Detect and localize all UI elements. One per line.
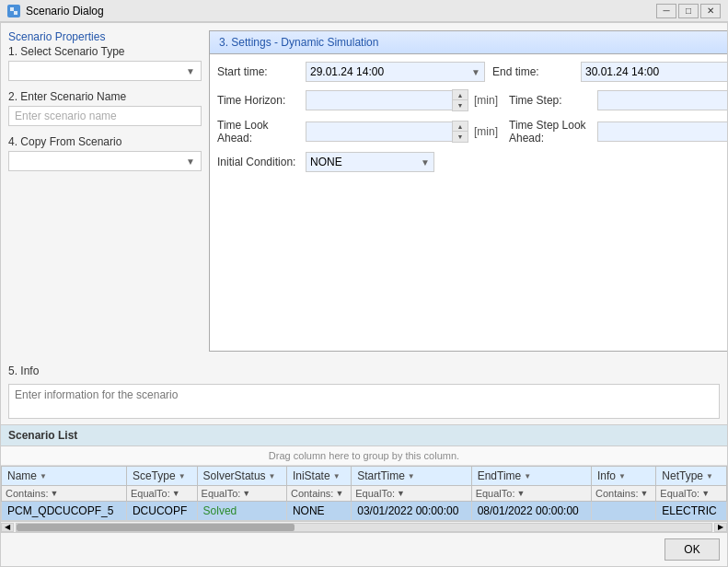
end-time-value: 30.01.24 14:00 (585, 65, 659, 78)
time-step-spinner: 900 ▲ ▼ (597, 89, 727, 111)
time-horizon-spinner: 60 ▲ ▼ (306, 89, 468, 111)
filter-name-arrow[interactable]: ▼ (50, 489, 58, 498)
end-time-input-group: 30.01.24 14:00 ▼ (581, 62, 727, 82)
filter-nettype-arrow[interactable]: ▼ (701, 489, 710, 498)
time-step-label: Time Step: (509, 94, 592, 107)
inistate-sort-icon: ▼ (333, 472, 341, 480)
filter-scetype-arrow[interactable]: ▼ (172, 489, 180, 498)
filter-starttime-label: EqualTo: (355, 488, 395, 499)
end-time-dropdown[interactable]: 30.01.24 14:00 ▼ (581, 62, 727, 82)
time-horizon-spinner-btns: ▲ ▼ (452, 89, 468, 111)
initial-condition-value: NONE (310, 156, 342, 168)
window-controls: ─ □ ✕ (656, 4, 721, 18)
cell-scetype: DCUCOPF (126, 502, 197, 521)
time-step-look-ahead-label: Time Step Look Ahead: (509, 119, 592, 145)
time-step-look-ahead-input[interactable]: 0 (597, 122, 727, 142)
filter-endtime: EqualTo: ▼ (471, 486, 591, 502)
filter-solverstatus-label: EqualTo: (202, 488, 241, 499)
start-time-label: Start time: (217, 65, 300, 78)
filter-info-arrow[interactable]: ▼ (641, 489, 649, 498)
filter-info: Contains: ▼ (592, 486, 656, 502)
filter-starttime-arrow[interactable]: ▼ (397, 489, 405, 498)
starttime-sort-icon: ▼ (408, 472, 415, 480)
time-look-ahead-input[interactable]: 0 (306, 122, 452, 142)
scenario-list-section: Scenario List Drag column here to group … (1, 424, 727, 532)
bottom-bar: OK (1, 532, 727, 566)
solved-status: Solved (203, 504, 237, 517)
filter-scetype-label: EqualTo: (131, 488, 170, 499)
maximize-button[interactable]: □ (678, 4, 699, 18)
info-section: 5. Info (1, 359, 727, 424)
minimize-button[interactable]: ─ (656, 4, 676, 18)
scenario-name-input[interactable] (8, 106, 202, 126)
initial-condition-arrow: ▼ (421, 157, 430, 168)
right-panel: 3. Settings - Dynamic Simulation Start t… (209, 30, 727, 352)
scroll-track[interactable] (16, 523, 712, 532)
col-scetype[interactable]: SceType ▼ (126, 467, 197, 486)
horizontal-scrollbar[interactable]: ◀ ▶ (1, 521, 727, 532)
scenario-type-arrow: ▼ (186, 66, 195, 76)
scroll-right-btn[interactable]: ▶ (714, 523, 727, 532)
time-step-look-ahead-spinner: 0 ▲ ▼ (597, 121, 727, 143)
filter-name: Contains: ▼ (2, 486, 127, 502)
endtime-sort-icon: ▼ (524, 472, 531, 480)
filter-endtime-label: EqualTo: (476, 488, 515, 499)
cell-inistate: NONE (286, 502, 351, 521)
info-textarea[interactable] (8, 384, 720, 419)
scenario-table: Name ▼ SceType ▼ SolverS (1, 466, 727, 521)
filter-solverstatus-arrow[interactable]: ▼ (242, 489, 250, 498)
table-header-row: Name ▼ SceType ▼ SolverS (2, 467, 727, 486)
copy-from-arrow: ▼ (186, 156, 195, 167)
main-area: Scenario Properties 1. Select Scenario T… (1, 23, 727, 359)
filter-nettype-label: EqualTo: (660, 488, 699, 499)
col-nettype[interactable]: NetType ▼ (656, 467, 727, 486)
drag-hint: Drag column here to group by this column… (1, 446, 727, 466)
time-look-ahead-up[interactable]: ▲ (453, 122, 468, 132)
col-info[interactable]: Info ▼ (592, 467, 656, 486)
filter-inistate-arrow[interactable]: ▼ (335, 489, 343, 498)
start-time-value: 29.01.24 14:00 (310, 65, 384, 78)
col-starttime[interactable]: StartTime ▼ (352, 467, 471, 486)
filter-info-label: Contains: (595, 488, 638, 499)
cell-starttime: 03/01/2022 00:00:00 (352, 502, 471, 521)
copy-from-dropdown[interactable]: ▼ (8, 151, 202, 171)
copy-from-section: 4. Copy From Scenario ▼ (8, 135, 202, 171)
ok-button[interactable]: OK (664, 538, 720, 561)
col-inistate[interactable]: IniState ▼ (286, 467, 351, 486)
time-horizon-up[interactable]: ▲ (453, 90, 468, 100)
scenario-type-dropdown[interactable]: ▼ (8, 61, 202, 81)
time-horizon-input[interactable]: 60 (306, 90, 452, 110)
step1-label: 1. Select Scenario Type (8, 45, 202, 58)
time-look-ahead-spinner: 0 ▲ ▼ (306, 121, 468, 143)
info-label: 5. Info (8, 364, 720, 377)
time-horizon-label: Time Horizon: (217, 94, 300, 107)
table-container[interactable]: Name ▼ SceType ▼ SolverS (1, 466, 727, 521)
cell-name: PCM_QDCUCOPF_5 (2, 502, 127, 521)
filter-starttime: EqualTo: ▼ (352, 486, 471, 502)
initial-condition-label: Initial Condition: (217, 156, 300, 168)
scetype-sort-icon: ▼ (179, 472, 186, 480)
close-button[interactable]: ✕ (700, 4, 721, 18)
filter-inistate: Contains: ▼ (286, 486, 351, 502)
col-endtime[interactable]: EndTime ▼ (471, 467, 591, 486)
filter-solverstatus: EqualTo: ▼ (197, 486, 286, 502)
time-look-ahead-down[interactable]: ▼ (453, 132, 468, 142)
col-solverstatus[interactable]: SolverStatus ▼ (197, 467, 286, 486)
time-step-input[interactable]: 900 (597, 90, 727, 110)
time-horizon-down[interactable]: ▼ (453, 100, 468, 110)
time-look-ahead-label: Time Look Ahead: (217, 119, 300, 145)
start-time-dropdown[interactable]: 29.01.24 14:00 ▼ (306, 62, 485, 82)
step2-label: 2. Enter Scenario Name (8, 90, 202, 103)
col-name[interactable]: Name ▼ (2, 467, 127, 486)
enter-name-section: 2. Enter Scenario Name (8, 90, 202, 126)
filter-nettype: EqualTo: ▼ (656, 486, 727, 502)
scenario-list-title: Scenario List (1, 425, 727, 446)
svg-rect-0 (10, 7, 14, 11)
filter-endtime-arrow[interactable]: ▼ (516, 489, 525, 498)
start-time-input-group: 29.01.24 14:00 ▼ (306, 62, 485, 82)
initial-condition-dropdown[interactable]: NONE ▼ (306, 152, 434, 172)
time-look-ahead-spinner-btns: ▲ ▼ (452, 121, 468, 143)
cell-solverstatus: Solved (197, 502, 286, 521)
scroll-left-btn[interactable]: ◀ (1, 523, 14, 532)
table-row[interactable]: PCM_QDCUCOPF_5 DCUCOPF Solved NONE 03/01… (2, 502, 727, 521)
